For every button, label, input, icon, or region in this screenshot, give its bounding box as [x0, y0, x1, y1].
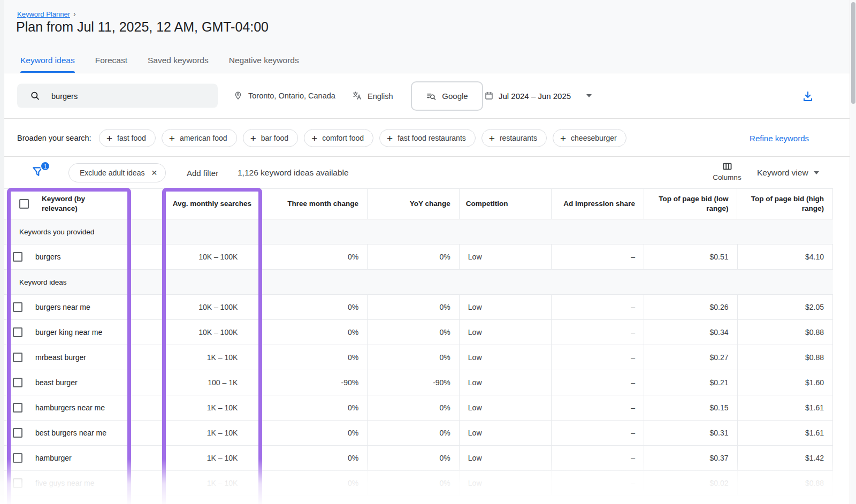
tab-saved-keywords[interactable]: Saved keywords	[148, 48, 209, 73]
top-of-page-bid-low-cell: $0.31	[644, 421, 738, 445]
plus-icon: +	[311, 133, 317, 143]
tab-label: Saved keywords	[148, 56, 209, 65]
broaden-chip-restaurants[interactable]: + restaurants	[482, 129, 547, 147]
competition-cell: Low	[460, 421, 552, 445]
yoy-change-cell: 0%	[368, 471, 460, 495]
spacer-cell	[130, 370, 163, 395]
broaden-chip-bar-food[interactable]: + bar food	[243, 129, 298, 147]
download-button[interactable]	[801, 90, 815, 104]
row-checkbox[interactable]	[13, 453, 22, 463]
location-selector[interactable]: Toronto, Ontario, Canada	[233, 91, 335, 101]
plus-icon: +	[560, 133, 566, 143]
chip-label: comfort food	[322, 134, 364, 142]
add-filter-button[interactable]: Add filter	[187, 169, 218, 178]
filter-count-badge: 1	[40, 161, 50, 171]
keyword-cell: burgers	[4, 245, 130, 269]
yoy-change-cell: 0%	[368, 320, 460, 345]
columns-button[interactable]: Columns	[712, 161, 743, 181]
refine-keywords-link[interactable]: Refine keywords	[750, 133, 809, 142]
chip-label: cheeseburger	[571, 134, 617, 142]
spacer-cell	[130, 446, 163, 470]
top-of-page-bid-high-cell: $1.42	[738, 446, 833, 470]
column-header-2[interactable]: Avg. monthly searches	[163, 189, 260, 219]
keyword-view-dropdown[interactable]: Keyword view	[757, 168, 819, 178]
avg-monthly-searches-cell: 1K – 10K	[163, 471, 260, 495]
section-row-keywords-you-provided: Keywords you provided	[4, 219, 833, 245]
column-header-7[interactable]: Top of page bid (low range)	[644, 189, 738, 219]
row-checkbox[interactable]	[13, 353, 22, 362]
yoy-change-cell: 0%	[368, 245, 460, 269]
top-of-page-bid-high-cell: $0.88	[738, 345, 833, 370]
plan-controls-bar: burgers Toronto, Ontario, Canada English…	[4, 73, 850, 119]
ad-impression-share-cell: –	[552, 320, 644, 345]
row-checkbox[interactable]	[13, 403, 22, 413]
broaden-chip-comfort-food[interactable]: + comfort food	[304, 129, 373, 147]
broaden-chip-american-food[interactable]: + american food	[162, 129, 237, 147]
three-month-change-cell: 0%	[260, 345, 368, 370]
tab-keyword-ideas[interactable]: Keyword ideas	[20, 48, 75, 73]
breadcrumb-chevron-icon: ›	[73, 10, 76, 18]
top-of-page-bid-low-cell: $0.21	[644, 370, 738, 395]
tab-forecast[interactable]: Forecast	[95, 48, 127, 73]
yoy-change-cell: -90%	[368, 370, 460, 395]
network-label: Google	[442, 91, 468, 101]
date-range-selector[interactable]: Jul 2024 – Jun 2025	[484, 91, 592, 101]
avg-monthly-searches-cell: 10K – 100K	[163, 320, 260, 345]
table-row: burger king near me 10K – 100K 0% 0% Low…	[4, 320, 833, 345]
table-row: burgers near me 10K – 100K 0% 0% Low – $…	[4, 295, 833, 320]
table-row: five guys near me 1K – 10K 0% 0% Low – $…	[4, 471, 833, 496]
three-month-change-cell: -90%	[260, 370, 368, 395]
table-row: burgers 10K – 100K 0% 0% Low – $0.51 $4.…	[4, 245, 833, 270]
row-checkbox[interactable]	[13, 478, 22, 488]
avg-monthly-searches-cell: 100 – 1K	[163, 370, 260, 395]
column-header-label: Ad impression share	[563, 199, 635, 209]
keyword-ideas-count: 1,126 keyword ideas available	[238, 168, 349, 178]
keyword-cell: mrbeast burger	[4, 345, 130, 370]
column-header-4[interactable]: YoY change	[368, 189, 460, 219]
filter-button[interactable]: 1	[31, 164, 47, 181]
three-month-change-cell: 0%	[260, 395, 368, 420]
columns-icon	[722, 161, 733, 172]
language-selector[interactable]: English	[352, 91, 393, 101]
column-header-label: Top of page bid (high range)	[746, 194, 824, 213]
column-header-1[interactable]: Keyword (by relevance)	[4, 189, 130, 219]
translate-icon	[352, 91, 362, 101]
competition-cell: Low	[460, 245, 552, 269]
chevron-down-icon	[586, 94, 592, 97]
column-header-8[interactable]: Top of page bid (high range)	[737, 189, 833, 219]
calendar-icon	[484, 91, 494, 101]
spacer-cell	[130, 320, 163, 345]
breadcrumb-link[interactable]: Keyword Planner	[17, 10, 70, 18]
competition-cell: Low	[460, 295, 552, 319]
keyword-view-label: Keyword view	[757, 168, 808, 178]
scrollbar-thumb[interactable]	[851, 2, 855, 104]
broaden-label: Broaden your search:	[17, 134, 91, 142]
top-of-page-bid-low-cell: $0.37	[644, 446, 738, 470]
row-checkbox[interactable]	[13, 327, 22, 337]
search-input[interactable]: burgers	[17, 84, 218, 108]
keyword-cell: best burgers near me	[4, 421, 130, 445]
row-checkbox[interactable]	[13, 428, 22, 438]
yoy-change-cell: 0%	[368, 421, 460, 445]
keyword-text: burgers	[35, 253, 60, 261]
keyword-text: burgers near me	[35, 303, 90, 311]
select-all-checkbox[interactable]	[19, 199, 29, 209]
row-checkbox[interactable]	[13, 378, 22, 387]
row-checkbox[interactable]	[13, 302, 22, 312]
column-header-label: Keyword (by relevance)	[42, 194, 121, 213]
network-selector[interactable]: Google	[411, 81, 483, 111]
breadcrumb: Keyword Planner ›	[17, 10, 76, 18]
broaden-chip-fast-food-restaurants[interactable]: + fast food restaurants	[379, 129, 476, 147]
column-header-6[interactable]: Ad impression share	[552, 189, 644, 219]
plus-icon: +	[387, 133, 393, 143]
broaden-chip-fast-food[interactable]: + fast food	[99, 129, 156, 147]
column-header-3[interactable]: Three month change	[260, 189, 368, 219]
filter-chip-exclude-adult[interactable]: Exclude adult ideas ✕	[68, 163, 166, 182]
close-icon[interactable]: ✕	[151, 169, 157, 177]
ad-impression-share-cell: –	[552, 295, 644, 319]
broaden-chip-cheeseburger[interactable]: + cheeseburger	[553, 129, 626, 147]
download-icon	[801, 90, 814, 103]
row-checkbox[interactable]	[13, 252, 22, 262]
tab-negative-keywords[interactable]: Negative keywords	[229, 48, 299, 73]
column-header-5[interactable]: Competition	[460, 189, 552, 219]
